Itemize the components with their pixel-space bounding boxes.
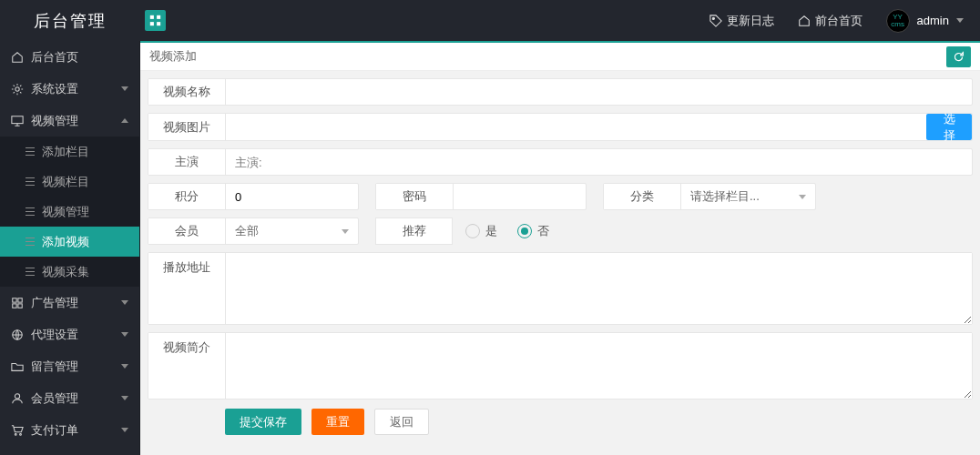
sidebar-item-label: 广告管理 [31, 295, 78, 311]
user-icon [11, 392, 24, 405]
sidebar-item-label: 后台首页 [31, 49, 78, 66]
list-icon [26, 181, 35, 182]
radio-no-label: 否 [537, 223, 549, 239]
svg-rect-9 [13, 303, 16, 307]
sidebar-subitem-2-0[interactable]: 添加栏目 [0, 136, 139, 167]
svg-point-14 [20, 433, 22, 435]
home-icon [798, 15, 811, 27]
sidebar-subitem-2-4[interactable]: 视频采集 [0, 257, 139, 287]
tag-icon [709, 15, 722, 27]
refresh-button[interactable] [946, 46, 971, 67]
sidebar: 后台首页系统设置视频管理添加栏目视频栏目视频管理添加视频视频采集广告管理代理设置… [0, 41, 140, 455]
sidebar-item-1[interactable]: 系统设置 [0, 73, 139, 105]
actor-label: 主演 [148, 149, 226, 175]
globe-icon [11, 329, 24, 341]
chevron-icon [121, 118, 128, 123]
sidebar-item-label: 视频管理 [31, 113, 78, 129]
recommend-no-radio[interactable]: 否 [517, 223, 549, 239]
chevron-icon [121, 364, 128, 369]
chevron-icon [121, 86, 128, 91]
submit-button[interactable]: 提交保存 [225, 409, 301, 435]
svg-rect-10 [18, 303, 22, 307]
reset-button[interactable]: 重置 [311, 409, 364, 435]
sidebar-item-label: 系统设置 [31, 81, 78, 97]
refresh-icon [953, 51, 965, 63]
svg-point-13 [15, 433, 16, 435]
svg-rect-3 [157, 22, 160, 25]
sidebar-subitem-2-3[interactable]: 添加视频 [0, 227, 139, 257]
sidebar-item-5[interactable]: 留言管理 [0, 350, 139, 382]
image-label: 视频图片 [148, 114, 226, 140]
sidebar-item-label: 支付订单 [31, 422, 78, 439]
menu-toggle-button[interactable] [145, 10, 166, 31]
avatar: YYcms [886, 9, 910, 33]
svg-rect-0 [150, 15, 154, 19]
content: 视频添加 视频名称 视频图片 选择 主演 [140, 41, 980, 455]
svg-point-5 [15, 86, 19, 90]
sidebar-item-8[interactable]: 辅助管理 [0, 446, 139, 455]
svg-point-12 [15, 393, 19, 398]
username: admin [917, 14, 949, 27]
intro-label: 视频简介 [148, 333, 226, 399]
sidebar-item-label: 代理设置 [31, 327, 78, 343]
update-log-link[interactable]: 更新日志 [709, 13, 774, 29]
list-icon [26, 241, 35, 242]
breadcrumb: 视频添加 [149, 48, 197, 65]
sidebar-item-6[interactable]: 会员管理 [0, 382, 139, 414]
sidebar-subitem-2-2[interactable]: 视频管理 [0, 197, 139, 227]
chevron-icon [121, 300, 128, 305]
frontend-label: 前台首页 [815, 13, 863, 29]
brand-title: 后台管理 [0, 10, 140, 32]
image-input[interactable] [226, 114, 926, 139]
sidebar-item-3[interactable]: 广告管理 [0, 287, 139, 318]
svg-rect-8 [18, 298, 22, 301]
sidebar-item-label: 留言管理 [31, 359, 78, 375]
member-label: 会员 [148, 218, 226, 244]
sidebar-subitem-2-1[interactable]: 视频栏目 [0, 167, 139, 197]
svg-rect-1 [157, 15, 160, 19]
list-icon [26, 151, 35, 152]
name-input[interactable] [226, 79, 972, 105]
select-button[interactable]: 选择 [926, 114, 972, 140]
sidebar-subitem-label: 视频管理 [42, 204, 89, 220]
sidebar-item-7[interactable]: 支付订单 [0, 414, 139, 446]
points-input[interactable] [226, 184, 397, 209]
intro-textarea[interactable] [226, 333, 972, 399]
svg-point-4 [712, 17, 714, 19]
radio-icon [517, 224, 532, 238]
list-icon [26, 271, 35, 272]
sidebar-item-4[interactable]: 代理设置 [0, 318, 139, 350]
member-select[interactable]: 全部 [226, 218, 358, 244]
home-icon [11, 51, 24, 64]
sidebar-subitem-label: 添加栏目 [42, 144, 89, 160]
back-button[interactable]: 返回 [374, 409, 429, 435]
actor-input[interactable] [226, 149, 972, 175]
gear-icon [11, 83, 24, 96]
radio-yes-label: 是 [485, 223, 497, 239]
list-icon [26, 211, 35, 212]
sidebar-item-0[interactable]: 后台首页 [0, 41, 139, 73]
radio-icon [465, 224, 480, 238]
category-label: 分类 [604, 184, 681, 209]
password-input[interactable] [454, 184, 625, 209]
sidebar-subitem-label: 视频栏目 [42, 174, 89, 190]
cart-icon [11, 424, 24, 437]
svg-rect-7 [13, 298, 16, 301]
user-menu[interactable]: YYcms admin [886, 9, 964, 33]
points-label: 积分 [148, 184, 226, 209]
frontend-link[interactable]: 前台首页 [798, 13, 863, 29]
sidebar-subitem-label: 视频采集 [42, 264, 89, 280]
name-label: 视频名称 [148, 79, 226, 105]
playurl-label: 播放地址 [148, 253, 226, 324]
monitor-icon [11, 115, 24, 127]
sidebar-item-2[interactable]: 视频管理 [0, 105, 139, 136]
grid-icon [149, 15, 161, 26]
recommend-yes-radio[interactable]: 是 [465, 223, 497, 239]
category-select[interactable]: 请选择栏目... [681, 184, 815, 209]
svg-rect-6 [12, 116, 23, 123]
playurl-textarea[interactable] [226, 253, 972, 324]
recommend-label: 推荐 [375, 217, 453, 245]
password-label: 密码 [376, 184, 454, 209]
update-log-label: 更新日志 [727, 13, 774, 29]
chevron-down-icon [956, 18, 964, 23]
